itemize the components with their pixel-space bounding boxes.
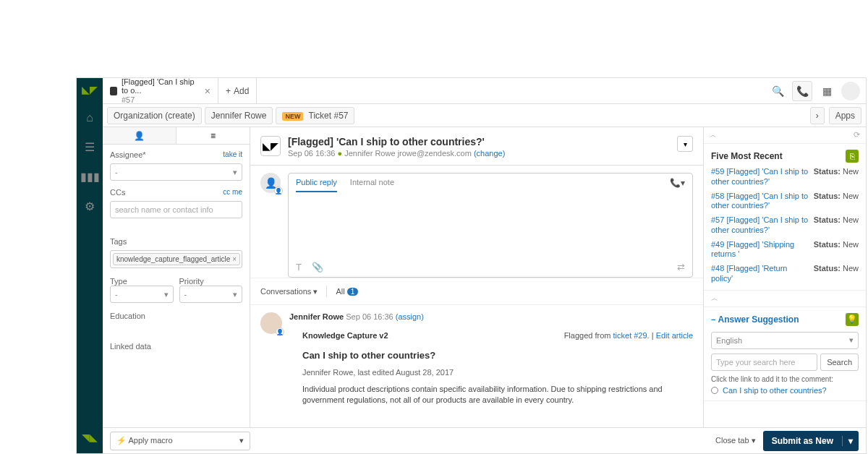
- apps-button[interactable]: Apps: [829, 107, 861, 124]
- filter-count: 1: [347, 288, 359, 296]
- conversations-label: Conversations: [260, 287, 311, 296]
- sidebar-nav: ◣◤ ⌂ ☰ ▮▮▮ ⚙ ◥◣: [77, 78, 103, 453]
- submit-button[interactable]: Submit as New ▾: [763, 431, 859, 451]
- type-dropdown[interactable]: -▾: [110, 286, 174, 303]
- search-hint: Click the link to add it to the comment:: [711, 375, 859, 383]
- next-button[interactable]: ›: [810, 107, 825, 124]
- assign-link[interactable]: (assign): [396, 312, 424, 321]
- panel-tab-user-icon[interactable]: 👤: [103, 127, 176, 144]
- education-label: Education: [110, 312, 145, 320]
- tags-field[interactable]: knowledge_capture_flagged_article×: [110, 250, 242, 268]
- type-label: Type: [110, 277, 127, 286]
- recent-title: Five Most Recent: [711, 151, 783, 161]
- priority-label: Priority: [179, 277, 204, 286]
- ticket-menu-button[interactable]: ▾: [677, 136, 693, 152]
- remove-tag-icon[interactable]: ×: [232, 255, 237, 263]
- emoji-icon[interactable]: ⇄: [677, 262, 685, 273]
- reports-icon[interactable]: ▮▮▮: [80, 170, 100, 184]
- priority-value: -: [184, 290, 187, 299]
- compose-tabs: Public reply Internal note 📞▾: [289, 174, 692, 192]
- compose-box: Public reply Internal note 📞▾ T 📎 ⇄: [288, 173, 693, 278]
- comment-date: Sep 06 16:36: [346, 312, 393, 321]
- recent-link[interactable]: #58 [Flagged] 'Can I ship to other count…: [711, 192, 809, 212]
- chevron-down-icon: ▾: [164, 290, 169, 299]
- cc-input[interactable]: [110, 201, 242, 218]
- close-tab-button[interactable]: Close tab ▾: [715, 436, 756, 445]
- recent-status: Status: New: [814, 167, 859, 187]
- attachment-icon[interactable]: 📎: [312, 262, 323, 273]
- recent-link[interactable]: #48 [Flagged] 'Return policy': [711, 264, 809, 284]
- cc-me-link[interactable]: cc me: [223, 188, 242, 197]
- ticket-tab-subtitle: #57: [122, 95, 200, 104]
- close-tab-label: Close tab: [715, 436, 749, 445]
- article-title: Can I ship to other countries?: [302, 350, 693, 361]
- ticket-tab[interactable]: [Flagged] 'Can I ship to o... #57 ×: [103, 78, 218, 103]
- ticket-label: Ticket #57: [309, 111, 349, 121]
- admin-icon[interactable]: ⚙: [85, 200, 95, 213]
- agent-badge-icon: 👤: [276, 327, 284, 336]
- products-icon[interactable]: ▦: [817, 81, 837, 101]
- center-panel: ◣◤ [Flagged] 'Can I ship to other countr…: [250, 127, 704, 427]
- answer-section: − Answer Suggestion 💡 English▾ Search Cl…: [704, 307, 866, 401]
- submit-split-icon[interactable]: ▾: [842, 436, 859, 446]
- result-link[interactable]: Can I ship to other countries?: [723, 386, 827, 395]
- search-button[interactable]: Search: [820, 354, 859, 371]
- compose-textarea[interactable]: [289, 192, 692, 257]
- result-icon: [711, 387, 718, 394]
- internal-note-tab[interactable]: Internal note: [350, 178, 394, 192]
- breadcrumb-user[interactable]: Jennifer Rowe: [205, 107, 273, 124]
- home-icon[interactable]: ⌂: [86, 111, 93, 124]
- public-reply-tab[interactable]: Public reply: [296, 178, 337, 192]
- change-requester-link[interactable]: (change): [474, 149, 505, 158]
- recent-item: #57 [Flagged] 'Can I ship to other count…: [711, 215, 859, 236]
- phone-icon[interactable]: 📞: [792, 81, 812, 101]
- ccs-label: CCs: [110, 188, 125, 197]
- breadcrumb-ticket[interactable]: NEW Ticket #57: [276, 107, 354, 124]
- comment-header: Jennifer Rowe Sep 06 16:36 (assign): [289, 312, 693, 321]
- recent-link[interactable]: #49 [Flagged] 'Shipping returns ': [711, 240, 809, 260]
- article-body: Individual product descriptions contain …: [302, 384, 693, 406]
- answer-collapse[interactable]: − Answer Suggestion: [711, 314, 799, 325]
- views-icon[interactable]: ☰: [85, 140, 95, 154]
- answer-app-icon[interactable]: 💡: [846, 313, 859, 326]
- recent-item: #48 [Flagged] 'Return policy'Status: New: [711, 264, 859, 284]
- close-icon[interactable]: ×: [205, 85, 210, 97]
- edit-article-link[interactable]: Edit article: [656, 331, 693, 340]
- compose-avatar: 👤👤: [260, 173, 281, 193]
- divider: [326, 286, 327, 297]
- reload-icon[interactable]: ⟳: [854, 130, 860, 140]
- chevron-down-icon: ▾: [239, 436, 244, 445]
- source-ticket-link[interactable]: ticket #29.: [613, 331, 650, 340]
- text-format-icon[interactable]: T: [296, 262, 302, 273]
- recent-section: Five Most Recent ⎘ #59 [Flagged] 'Can I …: [704, 144, 866, 291]
- assignee-dropdown[interactable]: -▾: [110, 163, 242, 181]
- app-name: Knowledge Capture v2: [302, 331, 388, 340]
- take-it-link[interactable]: take it: [223, 150, 242, 159]
- topbar-right: 🔍 📞 ▦: [767, 78, 866, 103]
- search-icon[interactable]: 🔍: [767, 81, 788, 101]
- agent-badge-icon: 👤: [274, 187, 283, 195]
- app-root: ◣◤ ⌂ ☰ ▮▮▮ ⚙ ◥◣ [Flagged] 'Can I ship to…: [76, 77, 867, 454]
- filter-all[interactable]: All1: [336, 287, 358, 296]
- apply-macro-dropdown[interactable]: ⚡ Apply macro ▾: [110, 432, 250, 450]
- apps-panel-top: ︿ ⟳: [704, 127, 866, 144]
- user-avatar[interactable]: [841, 82, 860, 100]
- content-row: 👤 ≡ Assignee*take it -▾ CCscc me Tags kn…: [103, 127, 866, 427]
- add-tab-button[interactable]: + Add: [218, 78, 257, 103]
- answer-search-input[interactable]: [711, 354, 817, 371]
- panel-tabs: 👤 ≡: [103, 127, 250, 145]
- brand-logo-icon: ◣◤: [82, 84, 98, 95]
- language-dropdown[interactable]: English▾: [711, 332, 859, 349]
- call-icon[interactable]: 📞▾: [670, 178, 685, 192]
- recent-link[interactable]: #57 [Flagged] 'Can I ship to other count…: [711, 215, 809, 236]
- search-result[interactable]: Can I ship to other countries?: [711, 386, 859, 395]
- priority-dropdown[interactable]: -▾: [179, 286, 243, 303]
- conversations-dropdown[interactable]: Conversations ▾: [260, 287, 318, 296]
- breadcrumb-org[interactable]: Organization (create): [107, 107, 202, 124]
- recent-app-icon[interactable]: ⎘: [846, 150, 859, 163]
- section-collapse[interactable]: ︿: [704, 291, 866, 307]
- recent-link[interactable]: #59 [Flagged] 'Can I ship to other count…: [711, 167, 809, 187]
- collapse-icon[interactable]: ︿: [710, 130, 717, 140]
- panel-tab-list-icon[interactable]: ≡: [176, 127, 250, 144]
- ticket-requester: Jennifer Rowe: [344, 149, 395, 158]
